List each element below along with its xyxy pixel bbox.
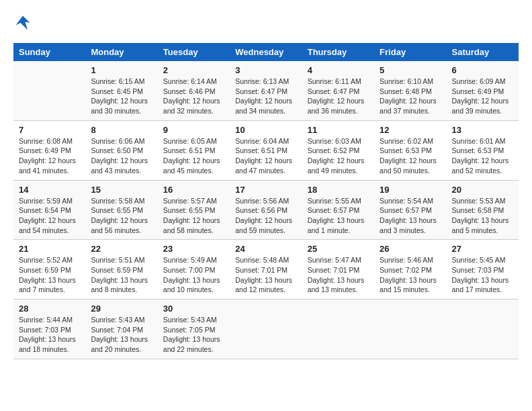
calendar-cell: 4Sunrise: 6:11 AM Sunset: 6:47 PM Daylig… — [302, 61, 374, 120]
calendar-cell: 6Sunrise: 6:09 AM Sunset: 6:49 PM Daylig… — [447, 61, 519, 120]
calendar-cell: 17Sunrise: 5:56 AM Sunset: 6:56 PM Dayli… — [230, 180, 302, 240]
calendar-cell — [447, 300, 519, 359]
day-info: Sunrise: 5:45 AM Sunset: 7:03 PM Dayligh… — [452, 255, 513, 295]
day-number: 9 — [163, 125, 224, 135]
calendar-cell: 12Sunrise: 6:02 AM Sunset: 6:53 PM Dayli… — [374, 120, 446, 180]
day-number: 22 — [91, 244, 152, 254]
calendar-cell: 30Sunrise: 5:43 AM Sunset: 7:05 PM Dayli… — [158, 300, 230, 359]
calendar-cell: 2Sunrise: 6:14 AM Sunset: 6:46 PM Daylig… — [158, 61, 230, 120]
day-info: Sunrise: 6:05 AM Sunset: 6:51 PM Dayligh… — [163, 136, 224, 176]
day-number: 25 — [308, 244, 369, 254]
day-info: Sunrise: 5:59 AM Sunset: 6:54 PM Dayligh… — [19, 196, 80, 236]
day-number: 2 — [163, 65, 224, 75]
calendar-cell: 1Sunrise: 6:15 AM Sunset: 6:45 PM Daylig… — [85, 61, 157, 120]
logo-bird-icon — [13, 13, 32, 32]
calendar-cell: 21Sunrise: 5:52 AM Sunset: 6:59 PM Dayli… — [13, 240, 85, 300]
logo — [13, 13, 35, 32]
day-info: Sunrise: 6:08 AM Sunset: 6:49 PM Dayligh… — [19, 136, 80, 176]
day-info: Sunrise: 5:47 AM Sunset: 7:01 PM Dayligh… — [308, 255, 369, 295]
day-info: Sunrise: 6:04 AM Sunset: 6:51 PM Dayligh… — [235, 136, 296, 176]
calendar-cell: 20Sunrise: 5:53 AM Sunset: 6:58 PM Dayli… — [447, 180, 519, 240]
day-info: Sunrise: 6:03 AM Sunset: 6:52 PM Dayligh… — [308, 136, 369, 176]
day-number: 17 — [235, 185, 296, 195]
day-info: Sunrise: 6:10 AM Sunset: 6:48 PM Dayligh… — [380, 77, 441, 116]
day-info: Sunrise: 6:13 AM Sunset: 6:47 PM Dayligh… — [235, 77, 296, 116]
day-number: 28 — [19, 304, 80, 314]
day-of-week-header: Saturday — [447, 43, 519, 61]
calendar-cell: 23Sunrise: 5:49 AM Sunset: 7:00 PM Dayli… — [158, 240, 230, 300]
calendar-cell — [302, 300, 374, 359]
day-info: Sunrise: 6:09 AM Sunset: 6:49 PM Dayligh… — [452, 77, 513, 116]
day-number: 5 — [380, 65, 441, 75]
day-number: 8 — [91, 125, 152, 135]
calendar-cell: 19Sunrise: 5:54 AM Sunset: 6:57 PM Dayli… — [374, 180, 446, 240]
day-info: Sunrise: 5:43 AM Sunset: 7:05 PM Dayligh… — [163, 315, 224, 355]
calendar-week-row: 28Sunrise: 5:44 AM Sunset: 7:03 PM Dayli… — [13, 300, 519, 359]
day-of-week-header: Tuesday — [158, 43, 230, 61]
day-of-week-header: Monday — [85, 43, 157, 61]
day-of-week-header: Thursday — [302, 43, 374, 61]
day-of-week-header: Wednesday — [230, 43, 302, 61]
day-number: 19 — [380, 185, 441, 195]
day-info: Sunrise: 5:51 AM Sunset: 6:59 PM Dayligh… — [91, 255, 152, 295]
day-info: Sunrise: 5:43 AM Sunset: 7:04 PM Dayligh… — [91, 315, 152, 355]
calendar-cell: 26Sunrise: 5:46 AM Sunset: 7:02 PM Dayli… — [374, 240, 446, 300]
calendar-week-row: 14Sunrise: 5:59 AM Sunset: 6:54 PM Dayli… — [13, 180, 519, 240]
day-number: 23 — [163, 244, 224, 254]
day-info: Sunrise: 5:58 AM Sunset: 6:55 PM Dayligh… — [91, 196, 152, 236]
calendar-cell: 5Sunrise: 6:10 AM Sunset: 6:48 PM Daylig… — [374, 61, 446, 120]
calendar-cell: 27Sunrise: 5:45 AM Sunset: 7:03 PM Dayli… — [447, 240, 519, 300]
day-info: Sunrise: 5:46 AM Sunset: 7:02 PM Dayligh… — [380, 255, 441, 295]
day-number: 18 — [308, 185, 369, 195]
day-number: 16 — [163, 185, 224, 195]
calendar-cell: 29Sunrise: 5:43 AM Sunset: 7:04 PM Dayli… — [85, 300, 157, 359]
day-number: 24 — [235, 244, 296, 254]
day-info: Sunrise: 5:57 AM Sunset: 6:55 PM Dayligh… — [163, 196, 224, 236]
day-info: Sunrise: 5:44 AM Sunset: 7:03 PM Dayligh… — [19, 315, 80, 355]
day-number: 12 — [380, 125, 441, 135]
calendar-cell: 18Sunrise: 5:55 AM Sunset: 6:57 PM Dayli… — [302, 180, 374, 240]
day-info: Sunrise: 5:54 AM Sunset: 6:57 PM Dayligh… — [380, 196, 441, 236]
calendar-cell: 11Sunrise: 6:03 AM Sunset: 6:52 PM Dayli… — [302, 120, 374, 180]
calendar-cell: 14Sunrise: 5:59 AM Sunset: 6:54 PM Dayli… — [13, 180, 85, 240]
calendar-cell: 24Sunrise: 5:48 AM Sunset: 7:01 PM Dayli… — [230, 240, 302, 300]
day-number: 21 — [19, 244, 80, 254]
day-info: Sunrise: 5:48 AM Sunset: 7:01 PM Dayligh… — [235, 255, 296, 295]
day-of-week-header: Sunday — [13, 43, 85, 61]
day-number: 30 — [163, 304, 224, 314]
calendar-cell: 7Sunrise: 6:08 AM Sunset: 6:49 PM Daylig… — [13, 120, 85, 180]
calendar-cell: 3Sunrise: 6:13 AM Sunset: 6:47 PM Daylig… — [230, 61, 302, 120]
day-info: Sunrise: 6:15 AM Sunset: 6:45 PM Dayligh… — [91, 77, 152, 116]
day-number: 27 — [452, 244, 513, 254]
page-header — [13, 13, 519, 32]
day-info: Sunrise: 5:55 AM Sunset: 6:57 PM Dayligh… — [308, 196, 369, 236]
day-info: Sunrise: 6:06 AM Sunset: 6:50 PM Dayligh… — [91, 136, 152, 176]
day-info: Sunrise: 5:56 AM Sunset: 6:56 PM Dayligh… — [235, 196, 296, 236]
calendar-cell: 28Sunrise: 5:44 AM Sunset: 7:03 PM Dayli… — [13, 300, 85, 359]
day-info: Sunrise: 5:52 AM Sunset: 6:59 PM Dayligh… — [19, 255, 80, 295]
day-info: Sunrise: 6:02 AM Sunset: 6:53 PM Dayligh… — [380, 136, 441, 176]
calendar-cell: 16Sunrise: 5:57 AM Sunset: 6:55 PM Dayli… — [158, 180, 230, 240]
day-info: Sunrise: 5:53 AM Sunset: 6:58 PM Dayligh… — [452, 196, 513, 236]
day-info: Sunrise: 6:01 AM Sunset: 6:53 PM Dayligh… — [452, 136, 513, 176]
day-number: 26 — [380, 244, 441, 254]
calendar-cell: 25Sunrise: 5:47 AM Sunset: 7:01 PM Dayli… — [302, 240, 374, 300]
day-number: 29 — [91, 304, 152, 314]
day-number: 14 — [19, 185, 80, 195]
calendar-cell — [230, 300, 302, 359]
calendar-header-row: SundayMondayTuesdayWednesdayThursdayFrid… — [13, 43, 519, 61]
calendar-cell: 15Sunrise: 5:58 AM Sunset: 6:55 PM Dayli… — [85, 180, 157, 240]
calendar-cell — [374, 300, 446, 359]
day-info: Sunrise: 6:14 AM Sunset: 6:46 PM Dayligh… — [163, 77, 224, 116]
calendar-cell: 22Sunrise: 5:51 AM Sunset: 6:59 PM Dayli… — [85, 240, 157, 300]
calendar-week-row: 1Sunrise: 6:15 AM Sunset: 6:45 PM Daylig… — [13, 61, 519, 120]
day-of-week-header: Friday — [374, 43, 446, 61]
calendar-cell: 9Sunrise: 6:05 AM Sunset: 6:51 PM Daylig… — [158, 120, 230, 180]
day-number: 13 — [452, 125, 513, 135]
calendar-cell: 8Sunrise: 6:06 AM Sunset: 6:50 PM Daylig… — [85, 120, 157, 180]
day-number: 10 — [235, 125, 296, 135]
calendar-cell: 10Sunrise: 6:04 AM Sunset: 6:51 PM Dayli… — [230, 120, 302, 180]
day-number: 11 — [308, 125, 369, 135]
day-number: 15 — [91, 185, 152, 195]
calendar-cell: 13Sunrise: 6:01 AM Sunset: 6:53 PM Dayli… — [447, 120, 519, 180]
